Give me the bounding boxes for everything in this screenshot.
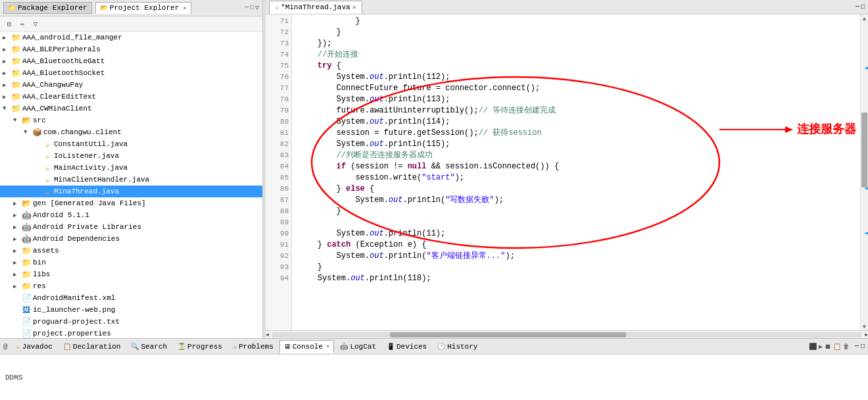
tab-history-label: History [447, 343, 477, 351]
minimize-editor-icon[interactable]: ─ [856, 3, 859, 11]
list-item[interactable]: ▼ 📂 src [0, 114, 262, 126]
list-item[interactable]: ☕ MainActivity.java [0, 162, 262, 174]
code-line: } [299, 27, 854, 38]
tab-javadoc[interactable]: ☕ Javadoc [12, 340, 57, 353]
console-icon: 🖥 [284, 343, 291, 351]
list-item[interactable]: 📄 project.properties [0, 328, 262, 338]
scrollbar-track[interactable] [861, 22, 868, 322]
tab-logcat-label: LogCat [350, 343, 376, 351]
list-item[interactable]: ☕ MinaThread.java [0, 186, 262, 197]
tab-history[interactable]: 🕐 History [433, 340, 482, 353]
tree-item-label: Android 5.1.1 [33, 211, 89, 219]
console-toolbar-btn1[interactable]: ⬛ [809, 343, 817, 351]
h-scroll-thumb[interactable] [390, 332, 626, 338]
list-item[interactable]: ▶ 📁 AAA_ClearEditText [0, 91, 262, 103]
tab-problems[interactable]: ⚠ Problems [228, 340, 278, 353]
xml-file-icon: 📄 [21, 293, 32, 303]
project-icon: 📁 [11, 68, 21, 78]
tab-project-explorer-label: Project Explorer [110, 4, 180, 12]
list-item[interactable]: ☕ IoListener.java [0, 150, 262, 162]
maximize-editor-icon[interactable]: □ [861, 3, 865, 11]
tab-close-icon[interactable]: ✕ [352, 3, 356, 11]
console-toolbar-btn5[interactable]: 🗑 [843, 343, 850, 351]
collapse-all-button[interactable]: ⊟ [3, 18, 15, 30]
devices-icon: 📱 [387, 343, 395, 351]
tree-item-label: src [33, 116, 46, 124]
list-item[interactable]: ☕ MinaClientHandler.java [0, 174, 262, 186]
view-menu-icon[interactable]: ▽ [255, 4, 259, 12]
maximize-icon[interactable]: □ [250, 4, 254, 12]
list-item[interactable]: ▶ 📁 libs [0, 268, 262, 280]
list-item[interactable]: ▼ 📁 AAA_CWMinaClient [0, 103, 262, 114]
tree-item-label: IoListener.java [54, 152, 119, 160]
list-item[interactable]: ▶ 🤖 Android Private Libraries [0, 221, 262, 233]
tab-close-icon[interactable]: ✕ [183, 5, 186, 12]
code-line: }); [299, 38, 854, 49]
list-item[interactable]: ▶ 📁 AAA_BluetoothLeGatt [0, 55, 262, 67]
list-item[interactable]: 🖼 ic_launcher-web.png [0, 304, 262, 316]
tab-search[interactable]: 🔍 Search [126, 340, 172, 353]
code-line: } else { [299, 184, 854, 195]
list-item[interactable]: ▶ 📁 res [0, 280, 262, 292]
list-item[interactable]: ▶ 📁 AAA_android_file_manger [0, 32, 262, 43]
expand-icon: ▶ [13, 236, 21, 243]
scroll-down-button[interactable]: ▼ [861, 322, 868, 330]
tree-item-label: AAA_CWMinaClient [22, 105, 92, 113]
java-file-icon: ☕ [42, 174, 53, 185]
scroll-left-button[interactable]: ◀ [266, 332, 269, 338]
android-icon: 🤖 [21, 210, 32, 220]
expand-icon: ▶ [13, 283, 21, 290]
list-item[interactable]: ▶ 📁 assets [0, 245, 262, 257]
list-item[interactable]: 📄 proguard-project.txt [0, 316, 262, 328]
list-item[interactable]: ▶ 📁 AAA_ChangwuPay [0, 79, 262, 91]
code-line: System.out.println("写数据失败"); [299, 195, 854, 206]
list-item[interactable]: ▶ 📂 gen [Generated Java Files] [0, 197, 262, 209]
minimize-icon[interactable]: ─ [245, 4, 249, 12]
console-toolbar-btn3[interactable]: ⏹ [825, 343, 831, 351]
tab-project-explorer[interactable]: 📂 Project Explorer ✕ [95, 2, 191, 14]
folder-icon: 📁 [21, 269, 32, 280]
code-line: System.out.println(113); [299, 94, 854, 105]
scroll-up-button[interactable]: ▲ [861, 14, 868, 22]
maximize-console-icon[interactable]: □ [861, 343, 865, 351]
expand-icon: ▶ [3, 34, 11, 41]
tab-progress[interactable]: ⏳ Progress [173, 340, 227, 353]
list-item[interactable]: ▼ 📦 com.changwu.client [0, 126, 262, 138]
link-with-editor-button[interactable]: ⇔ [16, 18, 28, 30]
tree-item-label: MainActivity.java [54, 164, 128, 172]
code-line: session = future.getSession();// 获得sessi… [299, 128, 854, 139]
scroll-right-button[interactable]: ▶ [865, 332, 868, 338]
minimize-console-icon[interactable]: ─ [855, 343, 859, 351]
tree-item-label: MinaThread.java [54, 188, 119, 195]
tab-declaration[interactable]: 📋 Declaration [59, 340, 126, 353]
list-item[interactable]: ▶ 📁 AAA_BluetoothSocket [0, 67, 262, 79]
tab-logcat[interactable]: 🤖 LogCat [335, 340, 381, 353]
logcat-icon: 🤖 [340, 343, 348, 351]
console-toolbar-btn2[interactable]: ▶ [819, 343, 823, 351]
package-icon: 📦 [32, 127, 42, 138]
list-item[interactable]: 📄 AndroidManifest.xml [0, 292, 262, 304]
list-item[interactable]: ▶ 📁 AAA_BLEPeripherals [0, 43, 262, 55]
vertical-scrollbar[interactable]: ▲ ▼ [860, 14, 868, 330]
view-menu-button[interactable]: ▽ [30, 18, 41, 30]
list-item[interactable]: ▶ 📁 bin [0, 257, 262, 268]
declaration-icon: 📋 [63, 343, 71, 351]
tab-devices[interactable]: 📱 Devices [382, 340, 431, 353]
scrollbar-thumb[interactable] [861, 113, 867, 188]
tab-console[interactable]: 🖥 Console ✕ [279, 340, 335, 353]
horizontal-scrollbar[interactable]: ◀ ▶ [266, 330, 868, 338]
console-toolbar-btn4[interactable]: 📋 [833, 343, 841, 351]
h-scroll-track[interactable] [272, 332, 861, 338]
scroll-marker [865, 188, 868, 189]
list-item[interactable]: ▶ 🤖 Android 5.1.1 [0, 209, 262, 221]
code-line: } catch (Exception e) { [299, 239, 854, 251]
code-area[interactable]: 连接服务器 } } }); //开始连接 try { System.out.pr… [292, 14, 860, 330]
history-icon: 🕐 [437, 343, 445, 351]
tab-package-explorer[interactable]: 📁 Package Explorer [3, 2, 92, 14]
list-item[interactable]: ☕ ConstantUtil.java [0, 138, 262, 150]
tree-item-label: AAA_ClearEditText [22, 93, 96, 101]
console-close-icon[interactable]: ✕ [326, 343, 329, 350]
list-item[interactable]: ▶ 🤖 Android Dependencies [0, 233, 262, 245]
scroll-marker [865, 232, 868, 234]
editor-tab-mina-thread[interactable]: ☕ *MinaThread.java ✕ [269, 1, 362, 14]
